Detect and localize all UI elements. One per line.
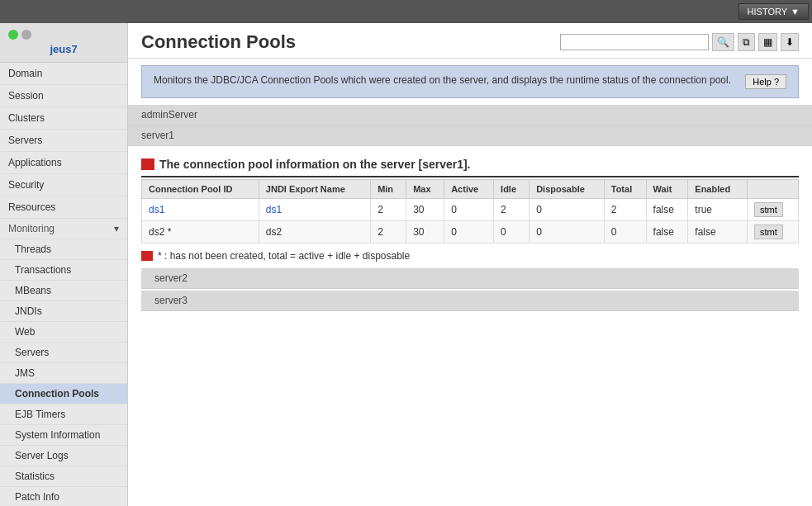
col-header-action [747, 180, 798, 199]
pool-section: The connection pool information on the s… [141, 153, 799, 311]
cell-enabled: false [688, 221, 748, 244]
sidebar-sub-jms[interactable]: JMS [0, 363, 127, 384]
status-dot-green [8, 30, 18, 40]
server2-row[interactable]: server2 [141, 268, 799, 289]
cell-idle: 2 [494, 199, 529, 221]
cell-max: 30 [406, 221, 444, 244]
sidebar-item-applications[interactable]: Applications [0, 152, 127, 174]
page-title: Connection Pools [141, 31, 296, 53]
pool-id-link[interactable]: ds1 [149, 204, 164, 215]
table-row: ds1ds12300202falsetruestmt [142, 199, 799, 221]
admin-server-row[interactable]: adminServer [128, 105, 812, 125]
col-header-enabled: Enabled [688, 180, 748, 199]
copy-button[interactable]: ⧉ [738, 33, 755, 51]
sidebar-sub-connection-pools[interactable]: Connection Pools [0, 384, 127, 404]
sidebar-item-resources[interactable]: Resources [0, 196, 127, 219]
sidebar-item-clusters[interactable]: Clusters [0, 107, 127, 130]
cell-idle: 0 [494, 221, 529, 244]
info-text: Monitors the JDBC/JCA Connection Pools w… [154, 74, 731, 86]
sidebar-sub-mbeans[interactable]: MBeans [0, 281, 127, 301]
app-name: jeus7 [8, 43, 119, 55]
cell-min: 2 [371, 199, 406, 221]
note: * : has not been created, total = active… [141, 250, 799, 262]
jndi-link[interactable]: ds1 [266, 204, 282, 215]
grid-button[interactable]: ▦ [758, 33, 777, 51]
col-header-wait: Wait [646, 180, 688, 199]
server3-row[interactable]: server3 [141, 291, 799, 311]
connection-pool-table: Connection Pool ID JNDI Export Name Min … [141, 179, 799, 244]
sidebar-sub-jndis[interactable]: JNDIs [0, 301, 127, 322]
monitoring-chevron-icon: ▾ [114, 223, 119, 234]
sidebar-sub-web[interactable]: Web [0, 322, 127, 343]
cell-wait: false [646, 199, 688, 221]
cell-enabled: true [688, 199, 748, 221]
cell-wait: false [646, 221, 688, 244]
col-header-pool-id: Connection Pool ID [142, 180, 259, 199]
info-bar: Monitors the JDBC/JCA Connection Pools w… [141, 65, 799, 98]
cell-disposable: 0 [529, 199, 605, 221]
stmt-button[interactable]: stmt [754, 202, 783, 217]
export-button[interactable]: ⬇ [781, 33, 799, 51]
cell-max: 30 [406, 199, 444, 221]
monitoring-label: Monitoring [8, 223, 55, 234]
sidebar-sub-patch-info[interactable]: Patch Info [0, 487, 127, 506]
col-header-idle: Idle [494, 180, 529, 199]
history-label: HISTORY [748, 7, 788, 17]
sidebar-item-session[interactable]: Session [0, 85, 127, 107]
cell-total: 2 [604, 199, 646, 221]
cell-min: 2 [371, 221, 406, 244]
cell-total: 0 [604, 221, 646, 244]
search-button[interactable]: 🔍 [712, 33, 734, 51]
sidebar-item-servers[interactable]: Servers [0, 130, 127, 152]
server1-row[interactable]: server1 [128, 125, 812, 146]
sidebar-sub-transactions[interactable]: Transactions [0, 260, 127, 281]
sidebar-sub-ejb-timers[interactable]: EJB Timers [0, 404, 127, 425]
stmt-button[interactable]: stmt [754, 225, 783, 239]
col-header-jndi: JNDI Export Name [259, 180, 370, 199]
cell-active: 0 [444, 199, 494, 221]
status-dot-gray [21, 30, 31, 40]
sidebar-sub-statistics[interactable]: Statistics [0, 466, 127, 487]
col-header-min: Min [371, 180, 406, 199]
sidebar-sub-server-logs[interactable]: Server Logs [0, 446, 127, 466]
pool-section-title: The connection pool information on the s… [159, 158, 471, 171]
col-header-max: Max [406, 180, 444, 199]
sidebar-sub-servers[interactable]: Servers [0, 343, 127, 363]
sidebar-monitoring-section[interactable]: Monitoring ▾ [0, 219, 127, 239]
cell-active: 0 [444, 221, 494, 244]
col-header-active: Active [444, 180, 494, 199]
note-flag-icon [141, 251, 153, 261]
col-header-disposable: Disposable [529, 180, 605, 199]
chevron-down-icon: ▼ [791, 7, 800, 17]
sidebar-item-domain[interactable]: Domain [0, 63, 127, 85]
cell-disposable: 0 [529, 221, 605, 244]
sidebar-sub-system-info[interactable]: System Information [0, 425, 127, 446]
search-input[interactable] [560, 34, 709, 50]
sidebar-item-security[interactable]: Security [0, 174, 127, 196]
note-text: * : has not been created, total = active… [158, 250, 410, 262]
help-button[interactable]: Help ? [745, 74, 786, 89]
col-header-total: Total [604, 180, 646, 199]
red-flag-icon [141, 158, 154, 170]
table-row: ds2 *ds22300000falsefalsestmt [142, 221, 799, 244]
sidebar-sub-threads[interactable]: Threads [0, 239, 127, 260]
history-button[interactable]: HISTORY ▼ [738, 3, 809, 20]
